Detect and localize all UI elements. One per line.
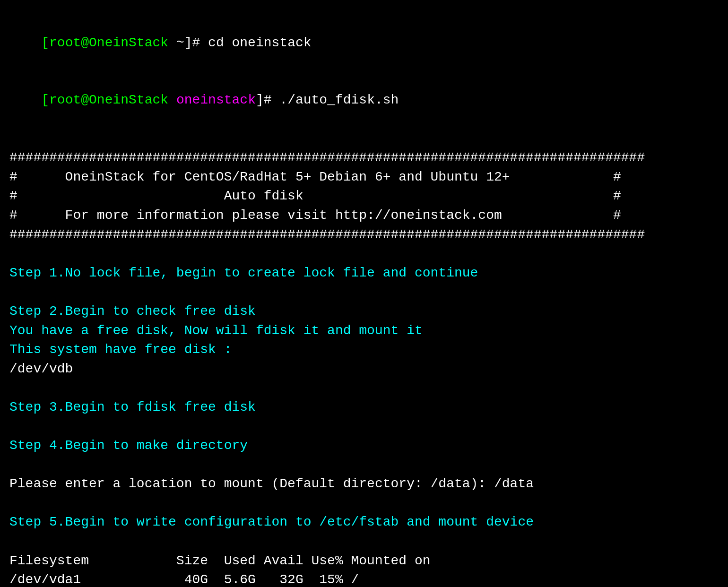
banner-line-3: # Auto fdisk # [9,187,719,206]
step2-header: Step 2.Begin to check free disk [9,302,719,321]
banner-line-4: # For more information please visit http… [9,206,719,225]
prompt-suffix-2: ]# ./auto_fdisk.sh [256,93,399,107]
fs-vda1: /dev/vda1 40G 5.6G 32G 15% / [9,570,719,587]
step2-devvdb: /dev/vdb [9,360,719,379]
step3-line: Step 3.Begin to fdisk free disk [9,398,719,417]
prompt-root-1: root [49,35,81,50]
prompt-at-1: @ [81,35,89,50]
prompt-cmd-1: cd oneinstack [208,35,311,50]
blank-7 [9,494,719,513]
step4-line: Step 4.Begin to make directory [9,436,719,456]
terminal-line-1: [root@OneinStack ~]# cd oneinstack [9,14,719,72]
banner-line-2: # OneinStack for CentOS/RadHat 5+ Debian… [9,168,719,187]
step5-line: Step 5.Begin to write configuration to /… [9,513,719,532]
blank-8 [9,532,719,552]
blank-6 [9,456,719,475]
banner-line-1: ########################################… [9,148,719,168]
step1-line: Step 1.No lock file, begin to create loc… [9,264,719,283]
prompt-bracket-open-1: [ [41,35,49,50]
prompt-root-2: root [49,93,81,107]
step2-hasfree: This system have free disk : [9,340,719,360]
step2-freedisk-msg: You have a free disk, Now will fdisk it … [9,321,719,341]
enter-location-line: Please enter a location to mount (Defaul… [9,475,719,494]
prompt-bracket-open-2: [ [41,93,49,107]
prompt-host-2: OneinStack [89,93,168,107]
blank-4 [9,379,719,398]
prompt-dir-2: oneinstack [176,93,256,107]
banner-line-5: ########################################… [9,225,719,245]
fs-header: Filesystem Size Used Avail Use% Mounted … [9,552,719,571]
blank-1 [9,129,719,149]
prompt-space-2 [168,93,176,107]
blank-3 [9,283,719,302]
blank-5 [9,417,719,436]
terminal-window: [root@OneinStack ~]# cd oneinstack [root… [5,9,723,587]
terminal-line-2: [root@OneinStack oneinstack]# ./auto_fdi… [9,72,719,129]
prompt-host-1: OneinStack [89,35,168,50]
blank-2 [9,244,719,264]
prompt-dir-1: ~]# [168,35,208,50]
prompt-at-2: @ [81,93,89,107]
